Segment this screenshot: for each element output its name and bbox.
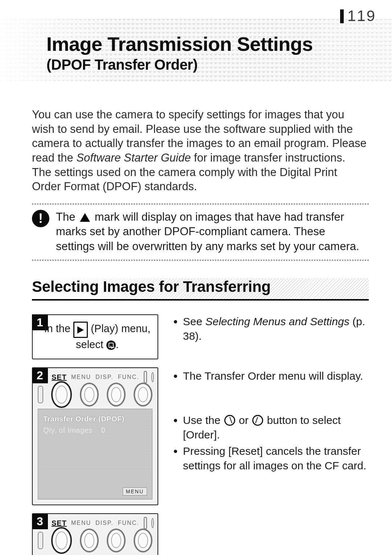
set-dial-icon bbox=[51, 527, 72, 554]
dial-icon bbox=[134, 383, 152, 407]
set-dial-icon bbox=[51, 381, 72, 408]
page-number-value: 119 bbox=[347, 7, 376, 24]
step-2-number: 2 bbox=[32, 367, 48, 383]
intro-text-p2: The settings used on the camera comply w… bbox=[32, 166, 337, 193]
power-switch-icon bbox=[144, 517, 147, 529]
step-2-notes: The Transfer Order menu will display. bbox=[173, 369, 369, 405]
screen-qty-label: Qty. of Images bbox=[43, 426, 93, 434]
section-underline bbox=[32, 299, 369, 301]
step-1-play-label: (Play) bbox=[91, 323, 118, 334]
dial-icon bbox=[107, 529, 126, 552]
step-2-lcd-screen: Transfer Order (DPOF) Qty. of Images 0 M… bbox=[38, 409, 152, 499]
disp-label: DISP. bbox=[95, 374, 114, 380]
screen-menu-badge: MENU bbox=[123, 487, 147, 495]
note-g1-a: See bbox=[183, 315, 205, 327]
dial-icon bbox=[80, 383, 99, 407]
shutter-ring-icon bbox=[151, 372, 154, 382]
note-reset: Pressing [Reset] cancels the transfer se… bbox=[183, 444, 369, 473]
shutter-ring-icon bbox=[151, 518, 154, 528]
step-2-dial-row bbox=[38, 383, 152, 407]
step-1-line-b: menu, bbox=[118, 323, 151, 334]
callout-text: The mark will display on images that hav… bbox=[56, 210, 367, 254]
section-heading: Selecting Images for Transferring bbox=[32, 278, 369, 295]
step-2-button-row: SET MENU DISP. FUNC. bbox=[52, 371, 154, 383]
note-use-buttons: Use the or button to select [Order]. bbox=[183, 413, 369, 442]
play-triangle-icon bbox=[77, 326, 84, 334]
page-number: 119 bbox=[340, 7, 376, 25]
screen-qty-row: Qty. of Images 0 bbox=[43, 426, 147, 434]
screen-qty-value: 0 bbox=[101, 426, 106, 434]
note-g3a-mid: or bbox=[236, 414, 252, 426]
page-title: Image Transmission Settings bbox=[46, 33, 313, 55]
intro-text-b: for image transfer instructions. bbox=[191, 151, 346, 164]
callout-rule-top bbox=[32, 203, 369, 205]
callout-rule-bottom bbox=[32, 260, 369, 261]
step-3-number: 3 bbox=[32, 513, 48, 529]
step-3-card: 3 SET MENU DISP. FUNC. bbox=[32, 513, 158, 555]
manual-page: 119 Image Transmission Settings (DPOF Tr… bbox=[0, 0, 392, 555]
menu-label: MENU bbox=[71, 374, 91, 380]
step-2-card: 2 SET MENU DISP. FUNC. Trans bbox=[32, 367, 158, 505]
strap-lug-icon bbox=[38, 532, 43, 549]
steps-right-column: See Selecting Menus and Settings (p. 38)… bbox=[173, 314, 369, 555]
func-label: FUNC. bbox=[118, 374, 139, 380]
exclamation-circle-icon bbox=[32, 210, 49, 227]
section-heading-block: Selecting Images for Transferring bbox=[32, 278, 369, 295]
dial-icon bbox=[80, 529, 99, 552]
set-label: SET bbox=[52, 373, 67, 381]
page-subtitle: (DPOF Transfer Order) bbox=[46, 57, 313, 73]
step-3-button-row: SET MENU DISP. FUNC. bbox=[52, 517, 154, 529]
func-label: FUNC. bbox=[118, 520, 139, 526]
note-see-menus: See Selecting Menus and Settings (p. 38)… bbox=[183, 314, 369, 343]
menu-label: MENU bbox=[71, 520, 91, 526]
warning-callout: The mark will display on images that hav… bbox=[32, 203, 369, 261]
step-3-dial-row bbox=[38, 529, 152, 552]
page-number-bar-icon bbox=[340, 9, 344, 23]
play-mode-icon bbox=[73, 322, 88, 338]
warning-triangle-icon bbox=[80, 213, 90, 222]
note-g3a-pre: Use the bbox=[183, 414, 224, 426]
callout-pre: The bbox=[56, 211, 78, 223]
note-g1-em: Selecting Menus and Settings bbox=[205, 315, 350, 327]
step-2b-notes: Use the or button to select [Order]. Pre… bbox=[173, 413, 369, 475]
transfer-order-menu-icon bbox=[106, 340, 116, 350]
screen-title: Transfer Order (DPOF) bbox=[43, 415, 147, 423]
strap-lug-icon bbox=[38, 386, 43, 403]
steps-left-column: 1 In the (Play) menu, select . 2 SET MEN… bbox=[32, 314, 158, 555]
step-1-text: In the (Play) menu, select . bbox=[41, 322, 153, 351]
power-switch-icon bbox=[144, 371, 147, 383]
set-label: SET bbox=[52, 519, 67, 527]
step-1-line-a: In the bbox=[44, 323, 73, 334]
disp-label: DISP. bbox=[95, 520, 114, 526]
step-1-notes: See Selecting Menus and Settings (p. 38)… bbox=[173, 314, 369, 365]
note-transfer-menu: The Transfer Order menu will display. bbox=[183, 369, 369, 383]
right-button-icon bbox=[252, 415, 263, 426]
steps-area: 1 In the (Play) menu, select . 2 SET MEN… bbox=[32, 314, 369, 555]
page-heading: Image Transmission Settings (DPOF Transf… bbox=[46, 33, 313, 73]
intro-paragraph: You can use the camera to specify settin… bbox=[32, 107, 369, 194]
step-1-line-c: select bbox=[76, 339, 106, 350]
callout-post: mark will display on images that have ha… bbox=[56, 211, 359, 253]
dial-icon bbox=[134, 529, 152, 552]
step-1-card: 1 In the (Play) menu, select . bbox=[32, 314, 158, 359]
dial-icon bbox=[107, 383, 126, 407]
left-button-icon bbox=[224, 415, 235, 426]
step-1-line-d: . bbox=[116, 339, 119, 350]
intro-em-guide: Software Starter Guide bbox=[76, 151, 191, 164]
